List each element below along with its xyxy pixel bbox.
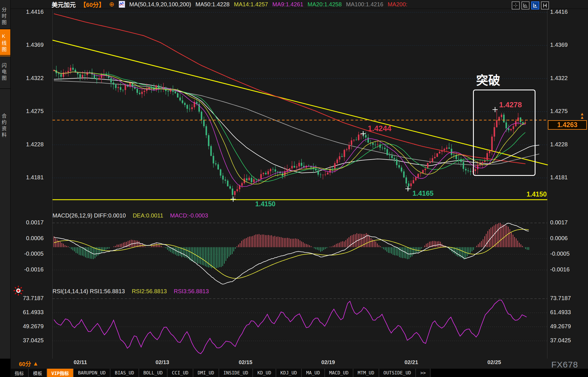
tab-kd-ud[interactable]: KD_UD [253, 369, 276, 377]
mini-chart-icon [119, 1, 125, 8]
rsi3-value: RSI3:56.8813 [174, 288, 209, 295]
trading-app-window: 1.44161.44161.43691.43691.43221.43221.42… [0, 0, 588, 377]
sidebar-bottom-corner [0, 359, 10, 377]
tab-ma-ud[interactable]: MA_UD [302, 369, 325, 377]
support-price-label-left: 1.4150 [255, 200, 275, 208]
symbol-title: 美元加元 [52, 0, 76, 9]
sidebar-item-candle-chart[interactable]: K线图 [0, 29, 10, 56]
tab-kdj-ud[interactable]: KDJ_UD [276, 369, 302, 377]
left-sidebar: 分时图 K线图 闪电图 合约资料 [0, 0, 11, 377]
chart-canvas[interactable] [0, 0, 588, 377]
breakout-annotation-label: 突破 [476, 71, 500, 88]
sidebar-item-lightning-chart[interactable]: 闪电图 [0, 56, 10, 87]
tab-outside-ud[interactable]: OUTSIDE_UD [379, 369, 416, 377]
macd-header: MACD(26,12,9) DIFF:0.0010 DEA:0.0011 MAC… [52, 212, 208, 219]
indicator-tab-bar: 指标 模板 VIP指标 BARUPDN_UD BIAS_UD BOLL_UD C… [10, 369, 588, 377]
ma9-value: MA9:1.4261 [272, 1, 303, 8]
ma200-value: MA200: [388, 1, 407, 8]
tab-macd-ud[interactable]: MACD_UD [325, 369, 353, 377]
indicator-marker-icon[interactable] [13, 285, 24, 298]
sidebar-item-timeline-chart[interactable]: 分时图 [0, 2, 10, 30]
sidebar-item-contract-info[interactable]: 合约资料 [0, 90, 10, 160]
swing-low-price-label: 1.4165 [412, 189, 433, 197]
ma100-value: MA100:1.4216 [346, 1, 383, 8]
macd-dea-value: DEA:0.0011 [133, 212, 163, 219]
watermark: FX678 [551, 360, 578, 370]
timeframe-up-arrow-icon: ▲ [33, 360, 38, 367]
rsi-header: RSI(14,14,14) RSI1:56.8813 RSI2:56.8813 … [52, 288, 209, 295]
swing-high-price-label: 1.4278 [499, 100, 522, 109]
period-label[interactable]: 【60分】 [80, 0, 105, 9]
tab-mtm-ud[interactable]: MTM_UD [353, 369, 379, 377]
current-price-badge: 1.4263 [548, 120, 587, 130]
tab-indicators[interactable]: 指标 [10, 369, 29, 377]
axis-scale-tool-icon[interactable] [521, 1, 529, 9]
price-up-arrows-icon: ▲▲ [580, 112, 584, 119]
rsi2-value: RSI2:56.8813 [132, 288, 167, 295]
sidebar-divider [0, 55, 10, 56]
macd-diff-value: MACD(26,12,9) DIFF:0.0010 [52, 212, 126, 219]
tab-more[interactable]: >> [416, 369, 431, 377]
tab-bias-ud[interactable]: BIAS_UD [110, 369, 139, 377]
chart-toolbar [512, 1, 549, 9]
auto-scroll-tool-icon[interactable] [531, 1, 539, 9]
macd-hist-value: MACD:-0.0003 [170, 212, 208, 219]
tab-dmi-ud[interactable]: DMI_UD [193, 369, 219, 377]
support-price-label-right: 1.4150 [513, 191, 547, 198]
tab-barupdn-ud[interactable]: BARUPDN_UD [74, 369, 110, 377]
ma-settings-label[interactable]: MA(50,14,9,20,100,200) [129, 1, 191, 8]
shift-right-tool-icon[interactable] [541, 1, 549, 9]
peak-price-label: 1.4244 [368, 124, 392, 133]
sidebar-divider [0, 88, 10, 89]
timeframe-indicator[interactable]: 60分 ▲ [19, 359, 38, 368]
tab-templates[interactable]: 模板 [29, 369, 47, 377]
tab-cci-ud[interactable]: CCI_UD [168, 369, 193, 377]
ma20-value: MA20:1.4258 [307, 1, 342, 8]
rsi1-value: RSI(14,14,14) RSI1:56.8813 [52, 288, 125, 295]
add-indicator-icon[interactable]: ⊕ [109, 1, 114, 7]
chart-header: 美元加元 【60分】 ⊕ MA(50,14,9,20,100,200) MA50… [52, 0, 407, 8]
tab-boll-ud[interactable]: BOLL_UD [139, 369, 168, 377]
tab-inside-ud[interactable]: INSIDE_UD [219, 369, 253, 377]
ma50-value: MA50:1.4228 [196, 1, 230, 8]
ma14-value: MA14:1.4257 [234, 1, 268, 8]
crosshair-tool-icon[interactable] [512, 1, 520, 9]
tab-vip-indicators[interactable]: VIP指标 [47, 369, 74, 377]
